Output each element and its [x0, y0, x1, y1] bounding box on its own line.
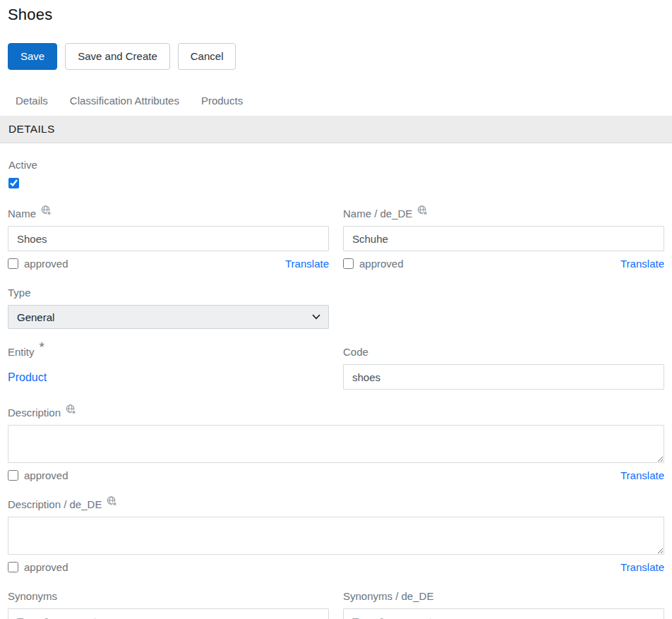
type-select-wrap: General [8, 305, 329, 329]
globe-untranslated-icon [107, 495, 117, 507]
name-label: Name [8, 208, 329, 220]
name-de-approve-row: approved Translate [343, 258, 664, 270]
name-approved[interactable]: approved [8, 258, 68, 270]
code-label: Code [343, 346, 664, 358]
name-de-translate-link[interactable]: Translate [620, 258, 664, 270]
field-entity: Entity * Product [8, 346, 329, 390]
name-de-input[interactable] [343, 226, 664, 251]
approved-label: approved [359, 258, 404, 270]
description-de-approved[interactable]: approved [8, 561, 68, 573]
cancel-button[interactable]: Cancel [178, 43, 236, 70]
field-description-de: Description / de_DE approved Translate [8, 498, 664, 573]
synonyms-de-input[interactable] [343, 608, 664, 619]
globe-untranslated-icon [41, 205, 52, 216]
active-label: Active [8, 159, 664, 171]
field-active: Active [8, 159, 664, 191]
row-synonyms: Synonyms Synonyms / de_DE [8, 590, 664, 619]
description-textarea[interactable] [8, 425, 664, 463]
field-synonyms: Synonyms [8, 590, 329, 619]
description-de-translate-link[interactable]: Translate [620, 561, 664, 573]
globe-untranslated-icon [66, 404, 76, 415]
approved-label: approved [24, 258, 68, 270]
field-code: Code [343, 346, 664, 390]
description-de-label: Description / de_DE [8, 498, 664, 510]
row-type: Type General [8, 287, 664, 329]
name-de-label: Name / de_DE [343, 208, 664, 220]
entity-product-link[interactable]: Product [8, 371, 47, 384]
save-and-create-button[interactable]: Save and Create [65, 43, 170, 70]
field-type: Type General [8, 287, 329, 329]
synonyms-input[interactable] [8, 608, 329, 619]
name-approve-row: approved Translate [8, 258, 329, 270]
page-title: Shoes [8, 6, 664, 24]
field-name: Name approved Translate [8, 208, 329, 270]
field-synonyms-de: Synonyms / de_DE [343, 590, 664, 619]
name-translate-link[interactable]: Translate [285, 258, 329, 270]
synonyms-label: Synonyms [8, 590, 329, 602]
page: Shoes Save Save and Create Cancel Detail… [0, 0, 672, 619]
field-name-de: Name / de_DE approved Translate [343, 208, 664, 270]
code-input[interactable] [343, 364, 664, 390]
tab-details[interactable]: Details [16, 95, 48, 107]
approved-label: approved [24, 561, 68, 573]
type-label: Type [8, 287, 329, 299]
description-label: Description [8, 407, 664, 419]
section-header-details: DETAILS [0, 116, 672, 143]
name-input[interactable] [8, 226, 329, 251]
tab-products[interactable]: Products [201, 95, 243, 107]
name-de-approved-checkbox[interactable] [343, 258, 354, 269]
description-approved[interactable]: approved [8, 469, 68, 481]
entity-label: Entity * [8, 346, 329, 358]
tab-classification-attributes[interactable]: Classification Attributes [70, 95, 179, 107]
name-approved-checkbox[interactable] [8, 258, 18, 269]
description-de-approved-checkbox[interactable] [8, 562, 18, 572]
description-approve-row: approved Translate [8, 469, 664, 481]
approved-label: approved [24, 469, 68, 481]
tab-bar: Details Classification Attributes Produc… [8, 95, 664, 107]
spacer [343, 287, 664, 329]
toolbar: Save Save and Create Cancel [8, 43, 664, 70]
name-de-approved[interactable]: approved [343, 258, 404, 270]
row-entity-code: Entity * Product Code [8, 346, 664, 390]
row-description-de: Description / de_DE approved Translate [8, 498, 664, 573]
synonyms-de-label: Synonyms / de_DE [343, 590, 664, 602]
description-approved-checkbox[interactable] [8, 470, 18, 481]
required-asterisk: * [40, 344, 44, 351]
row-name: Name approved Translate Name / de_DE [8, 208, 664, 270]
globe-untranslated-icon [417, 205, 428, 216]
description-de-textarea[interactable] [8, 517, 664, 555]
description-de-approve-row: approved Translate [8, 561, 664, 573]
row-description: Description approved Translate [8, 407, 664, 481]
active-checkbox[interactable] [8, 178, 19, 188]
field-description: Description approved Translate [8, 407, 664, 481]
type-select[interactable]: General [8, 305, 329, 329]
save-button[interactable]: Save [8, 43, 57, 70]
description-translate-link[interactable]: Translate [620, 469, 664, 481]
